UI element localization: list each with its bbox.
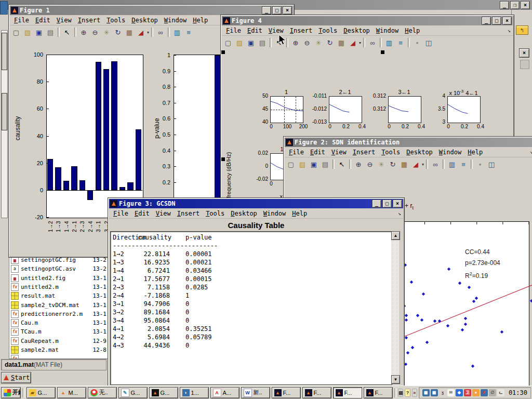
menu-edit[interactable]: Edit [245, 26, 267, 35]
taskbar-button[interactable]: ▲F... [364, 387, 393, 398]
menu-file[interactable]: File [287, 148, 308, 156]
menu-edit[interactable]: Edit [132, 209, 154, 218]
left-scrollbar[interactable] [1, 30, 8, 218]
scroll-down-button[interactable]: ▼ [391, 375, 400, 384]
link-plots-icon[interactable]: ∞ [155, 27, 166, 37]
new-file-icon[interactable]: ▢ [223, 37, 233, 48]
link-plots-icon[interactable]: ∞ [367, 37, 378, 48]
mail-icon[interactable]: ✉ [447, 389, 455, 396]
menu-window[interactable]: Window [374, 26, 403, 35]
red-badge-icon[interactable]: 卫 [464, 389, 471, 396]
taskbar-button[interactable]: W新.. [241, 387, 270, 398]
new-file-icon[interactable]: ▢ [11, 27, 21, 37]
table-scrollbar[interactable]: ▲ ▼ [391, 231, 399, 384]
zoom-in-icon[interactable]: ⊕ [353, 159, 364, 169]
brush-icon[interactable]: ◢ [348, 37, 358, 48]
menu-desktop[interactable]: Desktop [129, 16, 162, 24]
taskbar-button[interactable]: AA... [210, 387, 240, 398]
pan-icon[interactable]: ✳ [376, 159, 387, 169]
figure4-titlebar[interactable]: Figure 4 _□× [222, 16, 513, 25]
menu-file[interactable]: File [224, 26, 245, 35]
menu-overflow-chevron[interactable]: ↘ [508, 28, 511, 33]
file-item[interactable]: fxTCau.m13-1 [9, 327, 108, 336]
start-button[interactable]: 开始 [1, 387, 21, 398]
figure2-titlebar[interactable]: Figure 2: SDN identification [285, 138, 532, 147]
keyboard-icon[interactable]: ▤ [398, 389, 404, 397]
zoom-in-icon[interactable]: ⊕ [290, 37, 301, 48]
mouse-icon[interactable]: ᓚ [497, 389, 504, 396]
pan-icon[interactable]: ✳ [313, 37, 324, 48]
brush-dropdown-icon[interactable]: ▾ [359, 41, 361, 45]
maximize-button[interactable]: □ [492, 17, 501, 25]
figure3-titlebar[interactable]: Figure 3: GCSDN _□× [109, 199, 403, 208]
undock-figure-icon[interactable]: ◫ [423, 37, 434, 48]
save-icon[interactable]: ▣ [34, 27, 44, 37]
file-item[interactable]: ▅untitled2.fig13-1 [9, 274, 108, 283]
new-file-icon[interactable]: ▢ [286, 159, 296, 169]
maximize-button[interactable]: □ [272, 6, 282, 15]
taskbar-button[interactable]: ▲F... [302, 387, 331, 398]
menu-view[interactable]: View [329, 148, 351, 156]
selection-handle[interactable] [221, 50, 225, 54]
taskbar-button[interactable]: ◗1... [180, 387, 209, 398]
file-item[interactable]: sample2.mat12-8 [9, 345, 108, 354]
main-minimize-button[interactable]: _ [500, 1, 509, 9]
taskbar-button[interactable]: ▲F... [333, 387, 362, 398]
menu-overflow-chevron[interactable]: ↘ [398, 210, 401, 216]
dropbox-icon[interactable]: ◆ [456, 389, 463, 396]
menu-desktop[interactable]: Desktop [229, 209, 261, 218]
brush-dropdown-icon[interactable]: ▾ [422, 162, 424, 167]
network-icon[interactable]: ▦ [422, 389, 430, 396]
selection-handle[interactable] [221, 157, 225, 161]
menu-tools[interactable]: Tools [379, 148, 404, 156]
network2-icon[interactable]: ▦ [431, 389, 438, 396]
undock-figure-icon[interactable]: ◫ [486, 159, 497, 169]
main-restore-button[interactable]: ❐ [510, 1, 520, 9]
open-icon[interactable]: ▨ [297, 159, 308, 169]
print-icon[interactable]: ▤ [320, 159, 330, 169]
close-button[interactable]: × [393, 200, 402, 208]
pointer-icon[interactable]: ↖ [337, 159, 347, 169]
folder-up-icon[interactable]: ↰ [516, 25, 528, 35]
print-icon[interactable]: ▤ [45, 27, 56, 37]
menu-tools[interactable]: Tools [316, 26, 341, 35]
taskbar-button[interactable]: ▲M... [57, 387, 86, 398]
menu-view[interactable]: View [154, 209, 175, 218]
close-button[interactable]: × [502, 17, 512, 25]
file-item[interactable]: fxCauRepeat.m12-9 [9, 337, 108, 345]
menu-edit[interactable]: Edit [33, 16, 55, 24]
menu-tools[interactable]: Tools [104, 16, 129, 24]
menu-help[interactable]: Help [403, 26, 424, 35]
menu-tools[interactable]: Tools [204, 209, 229, 218]
menu-edit[interactable]: Edit [308, 148, 329, 156]
menu-help[interactable]: Help [191, 16, 212, 24]
taskbar-button[interactable]: ▲G... [149, 387, 178, 398]
minimize-button[interactable]: _ [482, 17, 491, 25]
menu-help[interactable]: Help [290, 209, 311, 218]
brush-icon[interactable]: ◢ [410, 159, 421, 169]
menu-view[interactable]: View [55, 16, 76, 24]
zoom-out-icon[interactable]: ⊖ [302, 37, 312, 48]
zoom-in-icon[interactable]: ⊕ [78, 27, 89, 37]
help-icon[interactable]: ? [405, 389, 410, 397]
save-icon[interactable]: ▣ [309, 159, 319, 169]
menu-file[interactable]: File [111, 209, 132, 218]
chevron-icon[interactable]: » [412, 389, 417, 397]
menu-view[interactable]: View [267, 26, 288, 35]
rotate-icon[interactable]: ↻ [388, 159, 398, 169]
matlab-start-button[interactable]: Start [1, 372, 31, 383]
save-icon[interactable]: ▣ [246, 37, 256, 48]
orange-badge-icon[interactable]: ● [472, 389, 480, 396]
panel-close-button[interactable]: × [519, 48, 529, 58]
zoom-out-icon[interactable]: ⊖ [90, 27, 100, 37]
main-close-button[interactable]: × [521, 1, 530, 9]
rotate-icon[interactable]: ↻ [325, 37, 335, 48]
legend-icon[interactable]: ≡ [183, 27, 194, 37]
wireless-icon[interactable]: ʒ [439, 389, 446, 396]
dock-figure-icon[interactable]: ▪ [412, 37, 422, 48]
menu-window[interactable]: Window [261, 209, 290, 218]
file-item[interactable]: result.mat13-1 [9, 291, 108, 300]
causality-table-listbox[interactable]: Directioncausalityp-value---------------… [110, 231, 392, 385]
file-item[interactable]: asettingoptGC.asv13-2 [9, 264, 108, 273]
file-item[interactable]: fxuntitled2.m13-1 [9, 283, 108, 291]
